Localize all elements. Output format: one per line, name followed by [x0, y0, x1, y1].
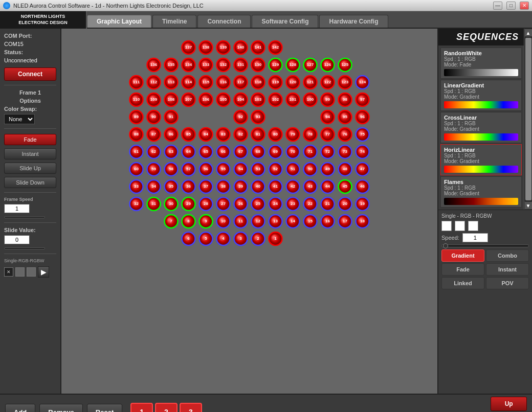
- rgb-icon-box1[interactable]: [15, 267, 25, 277]
- scroll-thumb[interactable]: [525, 38, 531, 200]
- single-rgb-bottom-label: Single - RGB - RGBW: [441, 213, 492, 219]
- slide-down-button[interactable]: Slide Down: [4, 177, 56, 188]
- tab-graphic-layout[interactable]: Graphic Layout: [87, 15, 151, 28]
- rgb-checkboxes: ✕: [441, 221, 529, 231]
- com-port-value: COM15: [4, 41, 56, 47]
- tab-timeline[interactable]: Timeline: [152, 15, 196, 28]
- instant-right-button[interactable]: Instant: [486, 263, 529, 276]
- scroll-down-arrow[interactable]: ▼: [524, 201, 533, 210]
- linked-button[interactable]: Linked: [441, 277, 484, 289]
- rgb-check-x[interactable]: ✕: [455, 221, 465, 231]
- seq-preview: [444, 133, 518, 141]
- right-panel: SEQUENCES RandomWhite Spd : 1 : RGB Mode…: [437, 29, 532, 394]
- led-canvas[interactable]: [61, 29, 437, 394]
- reset-button[interactable]: Reset: [87, 404, 122, 413]
- speed-input[interactable]: [462, 233, 488, 242]
- sequences-header: SEQUENCES: [438, 29, 524, 45]
- right-bottom-panel: Single - RGB - RGBW ✕ Speed: Gradient Co…: [438, 210, 532, 292]
- content-area: COM Port: COM15 Status: Unconnected Conn…: [0, 29, 532, 394]
- maximize-button[interactable]: □: [506, 2, 516, 10]
- titlebar: NLED Aurora Control Software - 1d - Nort…: [0, 0, 532, 11]
- seq-name: HorizLinear: [444, 147, 518, 153]
- combo-button[interactable]: Combo: [486, 249, 529, 262]
- frame-3-button[interactable]: 3: [180, 403, 202, 412]
- fade-button[interactable]: Fade: [4, 134, 56, 145]
- slide-value-label: Slide Value:: [4, 227, 56, 233]
- frame-label: Frame 1: [4, 89, 56, 96]
- gradient-button[interactable]: Gradient: [441, 249, 484, 262]
- slide-value-slider[interactable]: [4, 247, 45, 249]
- arrow-right-button[interactable]: ▶: [38, 266, 49, 278]
- tab-connection[interactable]: Connection: [197, 15, 251, 28]
- status-label: Status:: [4, 49, 56, 55]
- seq-spd: Spd : 1 : RGB: [444, 121, 518, 126]
- color-swap-dropdown[interactable]: None: [4, 114, 56, 124]
- seq-name: CrossLinear: [444, 115, 518, 121]
- canvas-area: [61, 29, 437, 394]
- seq-preview: [444, 101, 518, 108]
- seq-preview: [444, 69, 518, 76]
- sequence-item-1[interactable]: LinearGradient Spd : 1 : RGB Mode: Gradi…: [440, 80, 522, 111]
- tab-hardware-config[interactable]: Hardware Config: [319, 15, 388, 28]
- up-down-buttons: Up Down: [491, 397, 527, 412]
- divider-2: [4, 128, 56, 129]
- color-swap-label: Color Swap:: [4, 106, 56, 112]
- sequence-list: RandomWhite Spd : 1 : RGB Mode: Fade Lin…: [438, 45, 524, 210]
- rgb-check-single[interactable]: [441, 221, 452, 231]
- seq-mode: Mode: Gradient: [444, 158, 518, 164]
- bottom-bar: Add Remove Reset 1 2 3 Up Down: [0, 394, 532, 412]
- sequence-item-3[interactable]: HorizLinear Spd : 1 : RGB Mode: Gradient: [440, 144, 522, 175]
- left-panel: COM Port: COM15 Status: Unconnected Conn…: [0, 29, 61, 394]
- remove-button[interactable]: Remove: [39, 404, 83, 413]
- slide-value-input[interactable]: [4, 235, 30, 244]
- seq-name: LinearGradient: [444, 82, 518, 88]
- rgb-check-rgbw[interactable]: [468, 221, 478, 231]
- seq-name: RandomWhite: [444, 50, 518, 56]
- scrollbar: ▲ ▼: [524, 29, 532, 210]
- app-icon: [3, 2, 10, 9]
- seq-mode: Mode: Gradient: [444, 94, 518, 100]
- minimize-button[interactable]: —: [493, 2, 502, 10]
- seq-spd: Spd : 1 : RGB: [444, 88, 518, 94]
- tab-software-config[interactable]: Software Config: [252, 15, 318, 28]
- speed-slider-thumb: [443, 243, 448, 248]
- com-port-label: COM Port:: [4, 33, 56, 39]
- seq-mode: Mode: Fade: [444, 62, 518, 67]
- divider-1: [4, 85, 56, 85]
- slide-up-button[interactable]: Slide Up: [4, 163, 56, 174]
- logo-text: Northern Lights Electronic Design: [18, 14, 68, 26]
- divider-4: [4, 222, 56, 223]
- sequence-item-0[interactable]: RandomWhite Spd : 1 : RGB Mode: Fade: [440, 48, 522, 79]
- connect-button[interactable]: Connect: [4, 67, 56, 81]
- sequence-item-2[interactable]: CrossLinear Spd : 1 : RGB Mode: Gradient: [440, 112, 522, 143]
- instant-button[interactable]: Instant: [4, 148, 56, 159]
- add-button[interactable]: Add: [5, 404, 35, 413]
- frame-speed-label: Frame Speed: [4, 197, 56, 202]
- divider-3: [4, 192, 56, 193]
- status-value: Unconnected: [4, 57, 56, 63]
- speed-slider[interactable]: [441, 244, 529, 247]
- divider-5: [4, 254, 56, 254]
- main-content: COM Port: COM15 Status: Unconnected Conn…: [0, 29, 532, 412]
- rgb-icon-x[interactable]: ✕: [4, 267, 13, 277]
- fade-right-button[interactable]: Fade: [441, 263, 484, 276]
- pov-button[interactable]: POV: [486, 277, 529, 289]
- rgb-selector: Single - RGB - RGBW: [441, 213, 529, 219]
- up-button[interactable]: Up: [491, 397, 527, 411]
- title-text: NLED Aurora Control Software - 1d - Nort…: [13, 3, 489, 9]
- seq-mode: Mode: Gradient: [444, 126, 518, 132]
- rgb-icons: ✕ ▶: [4, 266, 56, 278]
- speed-label: Speed:: [441, 235, 459, 241]
- frame-speed-slider[interactable]: [4, 216, 45, 218]
- color-swap-select[interactable]: None: [4, 114, 35, 124]
- frame-1-button[interactable]: 1: [130, 403, 153, 412]
- scroll-up-arrow[interactable]: ▲: [524, 29, 533, 37]
- frame-speed-input[interactable]: [4, 204, 30, 213]
- rgb-icon-box2[interactable]: [27, 267, 36, 277]
- frame-2-button[interactable]: 2: [155, 403, 178, 412]
- close-button[interactable]: ✕: [520, 2, 529, 10]
- sequence-item-4[interactable]: Flames Spd : 1 : RGB Mode: Gradient: [440, 176, 522, 208]
- action-buttons-grid: Gradient Combo Fade Instant Linked POV: [441, 249, 529, 289]
- options-label: Options: [4, 98, 56, 104]
- frame-numbers: 1 2 3: [130, 403, 202, 412]
